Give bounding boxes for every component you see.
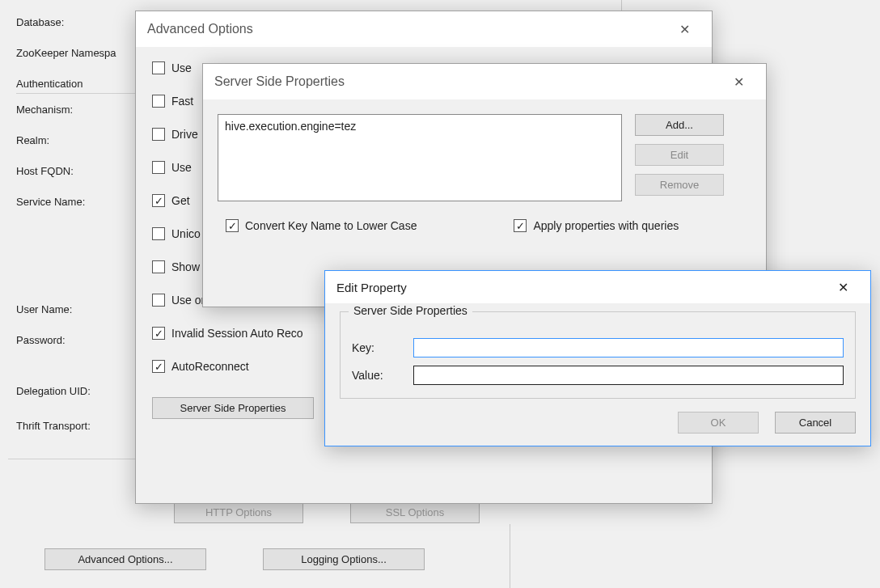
password-label: Password: (16, 334, 154, 346)
get-label: Get (171, 194, 190, 207)
remove-button[interactable]: Remove (635, 174, 724, 196)
database-label: Database: (16, 16, 154, 28)
close-icon[interactable]: ✕ (827, 280, 859, 295)
service-name-label: Service Name: (16, 196, 154, 208)
authentication-section-label: Authentication (16, 78, 154, 94)
list-item[interactable]: hive.execution.engine=tez (225, 120, 615, 133)
close-icon[interactable]: ✕ (668, 22, 700, 37)
server-side-properties-title: Server Side Properties (214, 74, 345, 89)
server-side-properties-button[interactable]: Server Side Properties (152, 397, 314, 419)
edit-property-title: Edit Property (336, 281, 407, 294)
convert-lowercase-checkbox[interactable] (226, 219, 239, 232)
value-input[interactable] (413, 366, 844, 385)
autoreconnect-checkbox[interactable] (152, 360, 165, 373)
zookeeper-namespace-label: ZooKeeper Namespa (16, 47, 154, 59)
use-checkbox[interactable] (152, 61, 165, 74)
drive-checkbox[interactable] (152, 128, 165, 141)
add-button[interactable]: Add... (635, 114, 724, 136)
logging-options-button[interactable]: Logging Options... (263, 548, 425, 570)
invalid-session-auto-recover-checkbox[interactable] (152, 327, 165, 340)
server-side-properties-list[interactable]: hive.execution.engine=tez (218, 114, 622, 201)
autoreconnect-label: AutoReconnect (171, 360, 249, 373)
get-checkbox[interactable] (152, 194, 165, 207)
use-only-sspi-checkbox[interactable] (152, 294, 165, 307)
unicode-checkbox[interactable] (152, 227, 165, 240)
realm-label: Realm: (16, 134, 154, 146)
edit-property-dialog: Edit Property ✕ Server Side Properties K… (324, 270, 871, 446)
host-fqdn-label: Host FQDN: (16, 165, 154, 177)
thrift-transport-label: Thrift Transport: (16, 420, 154, 432)
edit-property-fieldset-legend: Server Side Properties (349, 304, 472, 317)
delegation-uid-label: Delegation UID: (16, 385, 154, 397)
apply-with-queries-checkbox[interactable] (514, 219, 527, 232)
ssl-options-button[interactable]: SSL Options (350, 501, 480, 523)
edit-property-ok-button[interactable]: OK (678, 412, 759, 434)
convert-lowercase-label: Convert Key Name to Lower Case (245, 219, 417, 232)
http-options-button[interactable]: HTTP Options (174, 501, 303, 523)
invalid-session-auto-recover-label: Invalid Session Auto Reco (171, 327, 303, 340)
key-input[interactable] (413, 338, 844, 357)
key-label: Key: (352, 341, 402, 354)
fast-label: Fast (171, 95, 193, 108)
mechanism-label: Mechanism: (16, 104, 154, 116)
use-label: Use (171, 61, 192, 74)
close-icon[interactable]: ✕ (722, 74, 755, 90)
drive-label: Drive (171, 128, 198, 141)
apply-with-queries-label: Apply properties with queries (533, 219, 679, 232)
advanced-options-button[interactable]: Advanced Options... (44, 548, 206, 570)
fast-checkbox[interactable] (152, 95, 165, 108)
show-system-table-checkbox[interactable] (152, 260, 165, 273)
value-label: Value: (352, 369, 402, 382)
advanced-options-title: Advanced Options (147, 22, 253, 36)
edit-button[interactable]: Edit (635, 144, 724, 166)
use2-label: Use (171, 161, 192, 174)
use2-checkbox[interactable] (152, 161, 165, 174)
unicode-label: Unico (171, 227, 201, 240)
edit-property-cancel-button[interactable]: Cancel (775, 412, 856, 434)
user-name-label: User Name: (16, 303, 154, 315)
